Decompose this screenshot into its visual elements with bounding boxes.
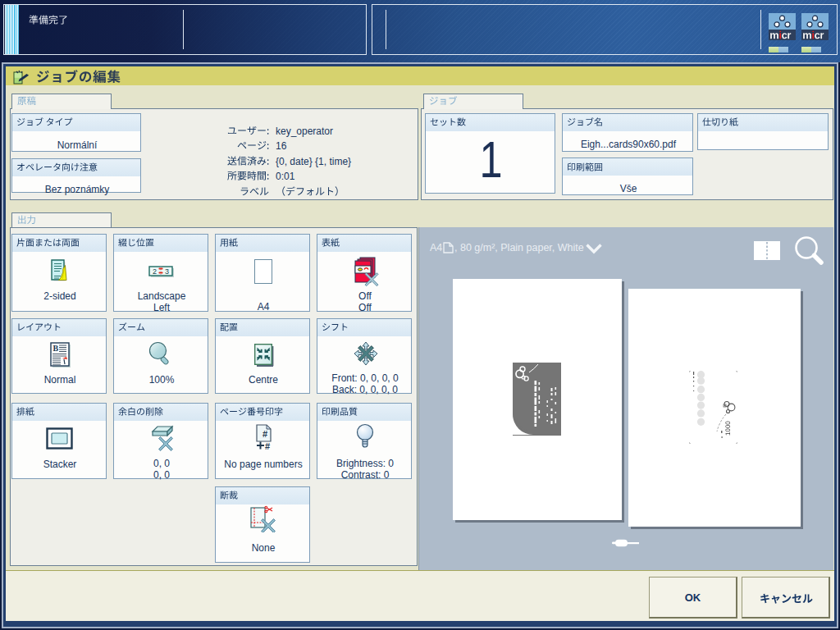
svg-text:2: 2 [153,267,157,276]
svg-text:3: 3 [165,267,169,276]
svg-text:#: # [265,441,270,450]
svg-text:#: # [262,429,267,439]
svg-text:B: B [53,344,59,353]
